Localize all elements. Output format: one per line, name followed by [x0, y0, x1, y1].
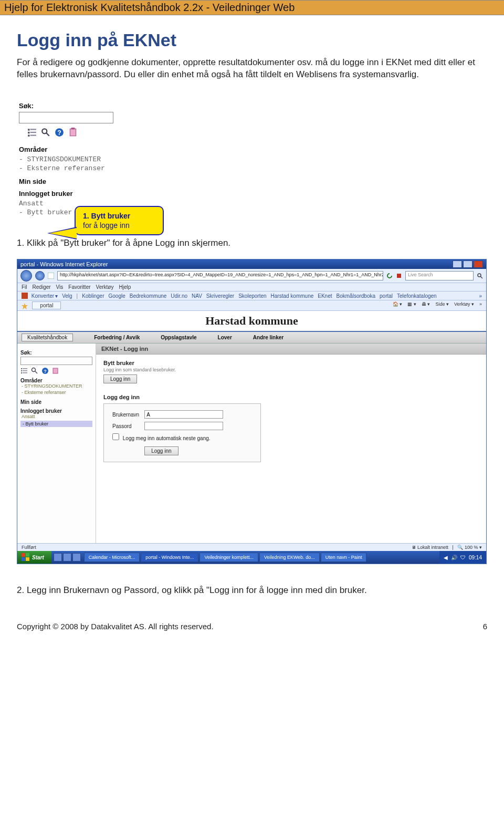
system-tray[interactable]: ◀ 🔊 🛡 09:14	[439, 551, 486, 564]
svg-rect-29	[22, 553, 25, 557]
taskbar-item-active[interactable]: portal - Windows Inte...	[141, 553, 198, 562]
back-button[interactable]	[20, 270, 32, 282]
status-zoom[interactable]: 100 %	[465, 545, 478, 550]
tray-icon[interactable]: 🔊	[451, 555, 457, 560]
bookmark-item[interactable]: Harstad kommune	[271, 293, 314, 299]
menu-vis[interactable]: Vis	[56, 284, 64, 290]
search-icon[interactable]	[41, 128, 50, 137]
svg-rect-0	[28, 129, 29, 130]
start-button[interactable]: Start	[17, 551, 51, 564]
bookmark-item[interactable]: Skriveregler	[206, 293, 234, 299]
menu-verktoy[interactable]: Verktøy	[96, 284, 114, 290]
bookmark-item[interactable]: Google	[108, 293, 125, 299]
svg-rect-13	[397, 274, 401, 278]
zoom-icon[interactable]: 🔍	[457, 545, 463, 550]
sok-label: Søk:	[19, 102, 169, 110]
close-button[interactable]	[474, 261, 483, 268]
address-bar[interactable]: http://hkpha/eknet/start.aspx?ID=EK&redi…	[57, 271, 383, 280]
velg-label[interactable]: Velg	[62, 293, 72, 299]
tools-menu[interactable]: Verktøy ▾	[454, 301, 474, 309]
konverter-label[interactable]: Konverter ▾	[22, 293, 58, 299]
ps-bytt-bruker[interactable]: - Bytt bruker	[20, 421, 92, 427]
minimize-button[interactable]	[453, 261, 462, 268]
bookmark-item[interactable]: Skoleporten	[238, 293, 266, 299]
bookmark-item[interactable]: EKnet	[318, 293, 332, 299]
taskbar-item[interactable]: Uten navn - Paint	[321, 553, 367, 562]
nav-kvalitetshandbok[interactable]: Kvalitetshåndbok	[22, 334, 73, 341]
feed-icon[interactable]: ▦ ▾	[407, 301, 416, 309]
callout-line2: for å logge inn	[83, 221, 130, 230]
passord-label: Passord	[110, 421, 141, 431]
forward-button[interactable]	[35, 271, 45, 280]
omrader-item[interactable]: - Eksterne referanser	[19, 164, 169, 173]
bookmark-item[interactable]: Bedrekommune	[130, 293, 167, 299]
nav-forbedring[interactable]: Forbedring / Avvik	[94, 335, 140, 340]
ps-minside[interactable]: Min side	[20, 399, 92, 405]
svg-rect-1	[30, 129, 36, 130]
bookmark-item[interactable]: Telefonkatalogen	[397, 293, 437, 299]
favorites-icon[interactable]	[22, 303, 28, 309]
svg-rect-32	[26, 557, 29, 561]
portal-sidebar: Søk: ? Områder - STYRINGSDOKUMENTER - Ek…	[17, 344, 96, 543]
menu-favoritter[interactable]: Favoritter	[68, 284, 90, 290]
quicklaunch-icon[interactable]	[63, 553, 71, 561]
bookmark-item[interactable]: NAV	[192, 293, 202, 299]
svg-marker-17	[22, 303, 28, 309]
stop-icon[interactable]	[396, 273, 402, 279]
callout-step-number: 1.	[83, 212, 91, 220]
help-icon[interactable]: ?	[41, 367, 49, 374]
doc-header-title: Hjelp for Elektronisk Kvalitetshåndbok 2…	[4, 2, 295, 13]
menu-rediger[interactable]: Rediger	[33, 284, 51, 290]
brukernavn-input[interactable]	[144, 410, 223, 419]
windows-logo-icon	[22, 553, 30, 561]
quicklaunch-icon[interactable]	[54, 553, 62, 561]
bytt-logg-inn-button[interactable]: Logg inn	[103, 374, 137, 383]
search-icon[interactable]	[31, 367, 38, 374]
nav-andre-linker[interactable]: Andre linker	[253, 335, 284, 340]
browser-search[interactable]: Live Search	[405, 271, 474, 280]
print-icon[interactable]: 🖶 ▾	[422, 301, 430, 309]
bookmark-item[interactable]: Udir.no	[171, 293, 187, 299]
clipboard-icon[interactable]	[68, 128, 78, 137]
nav-lover[interactable]: Lover	[218, 335, 232, 340]
page-menu[interactable]: Side ▾	[435, 301, 449, 309]
passord-input[interactable]	[144, 422, 223, 430]
ps-omrader-item[interactable]: - Eksterne referanser	[22, 390, 92, 396]
maximize-button[interactable]	[463, 261, 472, 268]
taskbar-item[interactable]: Calendar - Microsoft...	[84, 553, 140, 562]
security-zone-icon: 🖥	[412, 545, 416, 550]
taskbar-item[interactable]: Veiledning EKWeb. do...	[259, 553, 320, 562]
portal-main: EKNet - Logg inn Bytt bruker Logg inn so…	[96, 344, 486, 543]
omrader-item[interactable]: - STYRINGSDOKUMENTER	[19, 155, 169, 164]
taskbar-item[interactable]: Veiledninger komplett...	[200, 553, 258, 562]
clipboard-icon[interactable]	[52, 367, 59, 374]
minside-label[interactable]: Min side	[19, 178, 169, 185]
ie-menubar: Fil Rediger Vis Favoritter Verktøy Hjelp	[17, 283, 486, 292]
menu-fil[interactable]: Fil	[22, 284, 27, 290]
ps-omrader-item[interactable]: - STYRINGSDOKUMENTER	[22, 383, 92, 390]
tray-icon[interactable]: ◀	[444, 555, 448, 560]
search-input[interactable]	[19, 112, 113, 123]
bookmark-item[interactable]: Bokmålsordboka	[337, 293, 375, 299]
portal-nav: Kvalitetshåndbok Forbedring / Avvik Opps…	[17, 332, 486, 344]
quicklaunch-icon[interactable]	[72, 553, 81, 561]
home-icon[interactable]: 🏠 ▾	[393, 301, 403, 309]
search-go-icon[interactable]	[477, 273, 483, 279]
help-icon[interactable]: ?	[55, 128, 64, 137]
svg-rect-4	[28, 134, 29, 136]
nav-oppslagstavle[interactable]: Oppslagstavle	[161, 335, 196, 340]
svg-text:?: ?	[44, 369, 47, 374]
ie-statusbar: Fullført 🖥 Lokalt intranett | 🔍 100 % ▾	[17, 543, 486, 551]
browser-tab[interactable]: portal	[32, 301, 61, 309]
list-icon[interactable]	[20, 367, 28, 374]
svg-point-24	[32, 368, 36, 372]
menu-hjelp[interactable]: Hjelp	[119, 284, 131, 290]
ps-search-input[interactable]	[20, 357, 92, 365]
ie-nav-row: http://hkpha/eknet/start.aspx?ID=EK&redi…	[17, 269, 486, 283]
bookmark-item[interactable]: portal	[380, 293, 393, 299]
tray-icon[interactable]: 🛡	[460, 555, 466, 560]
refresh-icon[interactable]	[386, 273, 393, 279]
remember-checkbox[interactable]	[112, 433, 119, 440]
list-icon[interactable]	[27, 128, 37, 137]
logg-inn-button[interactable]: Logg inn	[144, 446, 178, 455]
